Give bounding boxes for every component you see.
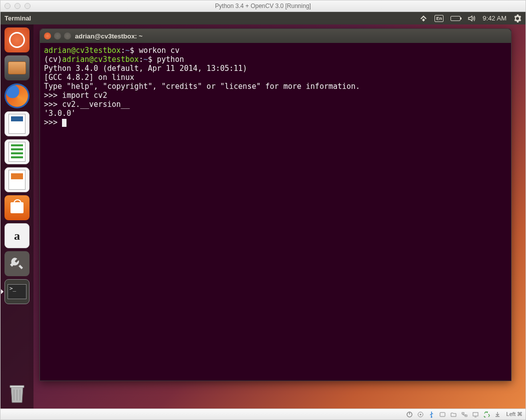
- prompt-user: adrian@cv3testbox: [44, 46, 121, 55]
- launcher-terminal[interactable]: >_: [4, 279, 30, 304]
- launcher-libreoffice-impress[interactable]: [4, 167, 30, 192]
- python-banner-line3: Type "help", "copyright", "credits" or "…: [44, 82, 360, 91]
- terminal-maximize-button[interactable]: [64, 32, 71, 39]
- python-prompt: >>>: [44, 118, 62, 127]
- cmd-workon: workon cv: [139, 46, 180, 55]
- launcher-firefox[interactable]: [4, 83, 30, 108]
- vm-status-bar: Left ⌘: [0, 409, 526, 420]
- status-download-icon[interactable]: [494, 411, 502, 419]
- keyboard-indicator-icon[interactable]: En: [434, 15, 444, 22]
- python-prompt: >>>: [44, 91, 62, 100]
- venv-prefix: (cv): [44, 55, 62, 64]
- status-optical-icon[interactable]: [416, 411, 424, 419]
- launcher-trash[interactable]: [4, 381, 30, 406]
- network-indicator-icon[interactable]: [420, 14, 428, 22]
- cmd-import-cv2: import cv2: [62, 91, 107, 100]
- mac-minimize-button[interactable]: [14, 3, 20, 9]
- status-shared-folder-icon[interactable]: [450, 411, 458, 419]
- python-banner-line2: [GCC 4.8.2] on linux: [44, 73, 134, 82]
- session-indicator-icon[interactable]: [514, 14, 522, 22]
- svg-rect-7: [473, 413, 478, 416]
- sound-indicator-icon[interactable]: [468, 14, 476, 22]
- amazon-logo-letter: a: [14, 229, 20, 243]
- terminal-launcher-glyph: >_: [8, 284, 26, 299]
- cmd-python: python: [157, 55, 184, 64]
- mac-zoom-button[interactable]: [24, 3, 30, 9]
- terminal-close-button[interactable]: [44, 32, 51, 39]
- prompt-user: adrian@cv3testbox: [62, 55, 139, 64]
- launcher-dash[interactable]: [4, 27, 30, 52]
- prompt-path: ~: [144, 55, 148, 64]
- status-recycle-icon[interactable]: [482, 411, 490, 419]
- launcher-system-settings[interactable]: [4, 251, 30, 276]
- panel-app-title: Terminal: [4, 14, 31, 22]
- launcher-libreoffice-calc[interactable]: [4, 139, 30, 164]
- status-network-icon[interactable]: [460, 411, 468, 419]
- terminal-titlebar[interactable]: adrian@cv3testbox: ~: [40, 29, 511, 43]
- svg-point-2: [420, 414, 421, 415]
- battery-indicator-icon[interactable]: [450, 16, 460, 21]
- mac-window-controls[interactable]: [4, 3, 30, 9]
- cmd-cv2-version: cv2.__version__: [62, 100, 130, 109]
- trash-icon: [7, 382, 27, 405]
- vm-host-key-label: Left ⌘: [506, 411, 522, 418]
- vm-window: Python 3.4 + OpenCV 3.0 [Running] Termin…: [0, 0, 526, 420]
- launcher-libreoffice-writer[interactable]: [4, 111, 30, 136]
- status-disk-icon[interactable]: [438, 411, 446, 419]
- terminal-window-title: adrian@cv3testbox: ~: [75, 32, 142, 40]
- status-display-icon[interactable]: [472, 411, 480, 419]
- terminal-output[interactable]: adrian@cv3testbox:~$ workon cv (cv)adria…: [40, 43, 511, 381]
- terminal-window: adrian@cv3testbox: ~ adrian@cv3testbox:~…: [40, 28, 512, 381]
- launcher-software-center[interactable]: [4, 195, 30, 220]
- settings-gear-wrench-icon: [9, 256, 25, 272]
- ubuntu-launcher: a >_: [0, 24, 34, 409]
- python-banner-line1: Python 3.4.0 (default, Apr 11 2014, 13:0…: [44, 64, 247, 73]
- clock-indicator[interactable]: 9:42 AM: [482, 14, 506, 22]
- status-usb-icon[interactable]: [428, 411, 436, 419]
- launcher-amazon[interactable]: a: [4, 223, 30, 248]
- mac-close-button[interactable]: [4, 3, 10, 9]
- vm-titlebar[interactable]: Python 3.4 + OpenCV 3.0 [Running]: [0, 0, 526, 12]
- ubuntu-desktop: Terminal En 9:42 AM: [0, 12, 526, 409]
- python-prompt: >>>: [44, 100, 62, 109]
- svg-point-3: [430, 416, 432, 418]
- launcher-files[interactable]: [4, 55, 30, 80]
- svg-rect-5: [462, 413, 464, 414]
- prompt-path: ~: [126, 46, 130, 55]
- svg-rect-4: [440, 413, 445, 417]
- terminal-cursor: [62, 119, 66, 127]
- terminal-minimize-button[interactable]: [54, 32, 61, 39]
- output-version: '3.0.0': [44, 109, 76, 118]
- status-power-icon[interactable]: [406, 411, 414, 419]
- ubuntu-top-panel: Terminal En 9:42 AM: [0, 12, 526, 24]
- vm-window-title: Python 3.4 + OpenCV 3.0 [Running]: [215, 2, 311, 9]
- keyboard-lang-label: En: [434, 15, 444, 22]
